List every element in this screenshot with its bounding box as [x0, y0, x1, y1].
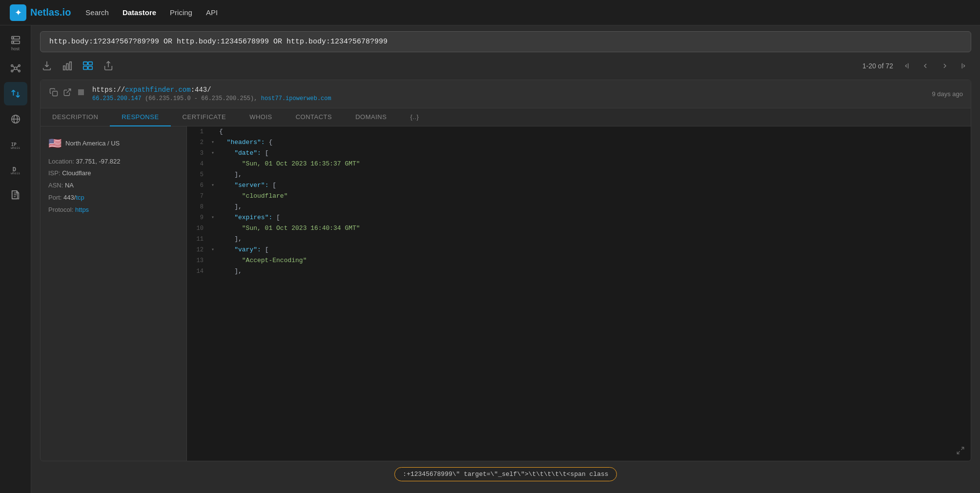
tab-domains[interactable]: DOMAINS [344, 108, 398, 126]
line-content: "vary": [ [219, 245, 971, 255]
svg-rect-28 [83, 62, 87, 65]
open-external-button[interactable] [62, 87, 73, 98]
result-icons [48, 87, 86, 98]
result-url: https://cxpathfinder.com:443/ [92, 86, 331, 94]
collapse-arrow[interactable]: ▾ [211, 245, 219, 255]
protocol-label: Protocol: [48, 206, 73, 213]
first-page-button[interactable] [899, 59, 913, 73]
last-page-button[interactable] [958, 59, 971, 73]
logo: ✦ Netlas.io [10, 4, 71, 21]
isp-value: Cloudflare [62, 169, 91, 177]
json-line: 8 ], [187, 202, 971, 212]
tab-contacts[interactable]: CONTACTS [284, 108, 344, 126]
docs-icon [10, 190, 21, 201]
copy-button[interactable] [48, 87, 59, 98]
sidebar-item-docs[interactable] [4, 184, 27, 207]
json-line: 12▾ "vary": [ [187, 245, 971, 255]
line-number: 11 [187, 234, 211, 245]
port-link[interactable]: tcp [76, 194, 84, 201]
json-line: 10 "Sun, 01 Oct 2023 16:40:34 GMT" [187, 223, 971, 234]
url-domain[interactable]: cxpathfinder.com [125, 86, 190, 94]
sidebar-item-d-whois[interactable]: D whois [4, 158, 27, 182]
ip-whois-icon: IP whois [10, 139, 21, 150]
json-line: 14 ], [187, 266, 971, 277]
status-bar: :+12345678999\" target=\"_self\">\t\t\t\… [394, 467, 616, 481]
nav-pricing[interactable]: Pricing [170, 6, 192, 19]
share-button[interactable] [102, 59, 115, 73]
tab-response[interactable]: RESPONSE [110, 108, 170, 126]
flag-button[interactable] [76, 87, 86, 98]
json-line: 5 ], [187, 169, 971, 180]
sidebar-item-network[interactable] [4, 57, 27, 80]
protocol-link[interactable]: https [75, 206, 89, 213]
sidebar-item-globe[interactable] [4, 107, 27, 131]
tab-description[interactable]: DESCRIPTION [41, 108, 110, 126]
nav-search[interactable]: Search [85, 6, 109, 19]
tab-raw[interactable]: {..} [398, 108, 430, 126]
svg-rect-30 [83, 66, 87, 69]
line-content: "server": [ [219, 180, 971, 191]
line-content: "Sun, 01 Oct 2023 16:35:37 GMT" [219, 159, 971, 169]
line-content: "expires": [ [219, 212, 971, 223]
json-line: 3▾ "date": [ [187, 148, 971, 159]
svg-point-6 [18, 65, 20, 67]
port-label: Port: [48, 194, 61, 201]
main-layout: host [0, 25, 980, 493]
svg-rect-35 [53, 91, 58, 96]
svg-line-9 [13, 66, 15, 68]
chart-button[interactable] [61, 59, 74, 73]
prev-page-button[interactable] [919, 59, 932, 73]
line-number: 9 [187, 212, 211, 223]
port-value: 443/ [63, 194, 76, 201]
collapse-arrow[interactable]: ▾ [211, 212, 219, 223]
line-number: 12 [187, 245, 211, 255]
line-number: 5 [187, 169, 211, 180]
location-value: 37.751, -97.822 [76, 158, 120, 165]
desc-country: 🇺🇸 North America / US [48, 133, 179, 154]
result-card: https://cxpathfinder.com:443/ 66.235.200… [40, 80, 971, 461]
result-hostname[interactable]: host77.ipowerweb.com [261, 95, 331, 102]
tab-certificate[interactable]: CERTIFICATE [171, 108, 238, 126]
line-content: "date": [ [219, 148, 971, 159]
asn-value: NA [65, 182, 74, 189]
line-number: 6 [187, 180, 211, 191]
line-number: 7 [187, 191, 211, 202]
host-label: host [11, 46, 20, 51]
host-icon [10, 35, 21, 45]
exchange-icon [10, 88, 21, 99]
line-content: "cloudflare" [219, 191, 971, 202]
content-area: http.body:1?234?567?89?99 OR http.body:1… [31, 25, 980, 493]
bottom-area: :+12345678999\" target=\"_self\">\t\t\t\… [40, 467, 971, 487]
line-number: 10 [187, 223, 211, 234]
nav-api[interactable]: API [206, 6, 218, 19]
svg-point-7 [11, 70, 13, 72]
svg-text:whois: whois [10, 171, 20, 175]
toolbar-right: 1-20 of 72 [862, 59, 971, 73]
json-panel: 1{2▾ "headers": {3▾ "date": [4 "Sun, 01 … [187, 126, 971, 461]
sidebar-item-exchange[interactable] [4, 82, 27, 105]
next-page-button[interactable] [938, 59, 952, 73]
line-content: ], [219, 266, 971, 277]
sidebar-item-host[interactable]: host [4, 31, 27, 55]
collapse-arrow[interactable]: ▾ [211, 180, 219, 191]
line-content: ], [219, 234, 971, 245]
list-button[interactable] [81, 59, 95, 73]
tab-whois[interactable]: WHOIS [238, 108, 284, 126]
search-input[interactable]: http.body:1?234?567?89?99 OR http.body:1… [40, 31, 971, 52]
nav-datastore[interactable]: Datastore [122, 6, 156, 19]
json-line: 6▾ "server": [ [187, 180, 971, 191]
url-prefix: https:// [92, 86, 125, 94]
download-button[interactable] [40, 59, 54, 73]
expand-button[interactable] [956, 446, 965, 455]
result-ip[interactable]: 66.235.200.147 [92, 95, 142, 102]
asn-row: ASN: NA [48, 180, 179, 192]
result-timestamp: 9 days ago [932, 90, 963, 98]
sidebar-item-ip-whois[interactable]: IP whois [4, 133, 27, 156]
logo-icon: ✦ [10, 4, 26, 21]
collapse-arrow[interactable]: ▾ [211, 137, 219, 148]
collapse-arrow[interactable]: ▾ [211, 148, 219, 159]
svg-rect-27 [70, 62, 72, 70]
json-line: 13 "Accept-Encoding" [187, 255, 971, 266]
svg-text:whois: whois [10, 146, 20, 150]
country-name: North America / US [65, 138, 120, 150]
